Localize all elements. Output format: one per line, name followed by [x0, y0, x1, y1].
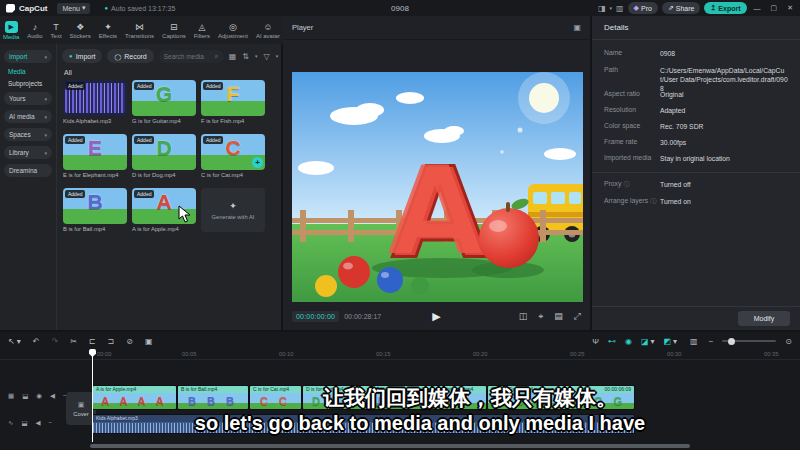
sidebar-item-library[interactable]: Library ▾: [4, 146, 52, 159]
media-item-kids-alphabet[interactable]: Added Kids Alphabet.mp3: [63, 80, 127, 124]
split-icon[interactable]: ✂: [70, 337, 77, 346]
menu-button[interactable]: Menu ▾: [57, 3, 90, 14]
redo-icon[interactable]: ↷: [51, 337, 58, 346]
chevron-down-icon: ▾: [44, 132, 47, 138]
pro-diamond-icon: ◆: [634, 4, 639, 12]
detail-row-color-space: Color space Rec. 709 SDR: [604, 122, 792, 131]
grid-view-icon[interactable]: ▦: [229, 52, 237, 61]
zoom-fit-icon[interactable]: ⊙: [785, 337, 792, 346]
added-badge: Added: [134, 136, 154, 144]
zoom-slider-knob[interactable]: [728, 338, 735, 345]
sidebar-item-yours[interactable]: Yours ▾: [4, 92, 52, 105]
play-button[interactable]: ▶: [432, 310, 440, 323]
panel-layout-icon[interactable]: ▥: [616, 4, 624, 13]
timeline-ruler[interactable]: 00:00 00:05 00:10 00:15 00:20 00:25 00:3…: [0, 349, 800, 360]
audio-tab-icon: ♪: [33, 22, 38, 32]
subtitle-chinese: 让我们回到媒体，我只有媒体。: [140, 384, 800, 412]
add-to-timeline-button[interactable]: +: [252, 157, 263, 168]
voiceover-mic-icon[interactable]: Ψ: [592, 337, 599, 346]
maximize-button[interactable]: ▢: [768, 4, 781, 12]
render-preview-icon[interactable]: ▥: [690, 337, 698, 346]
media-item-e-elephant[interactable]: E Added E is for Elephant.mp4: [63, 134, 127, 178]
minimize-button[interactable]: —: [751, 5, 764, 12]
delete-right-icon[interactable]: ⊐: [108, 337, 115, 346]
tab-filters[interactable]: ◬ Filters: [194, 22, 210, 39]
lock-icon[interactable]: ⬓: [21, 419, 27, 427]
search-input[interactable]: [164, 53, 212, 60]
lock-icon[interactable]: ⬓: [22, 392, 28, 400]
modify-button[interactable]: Modify: [738, 311, 790, 326]
import-button[interactable]: ● Import: [62, 49, 102, 63]
sidebar-item-ai-media[interactable]: AI media ▾: [4, 110, 52, 123]
sidebar-item-subprojects[interactable]: Subprojects: [8, 80, 52, 87]
detail-row-frame-rate: Frame rate 30.00fps: [604, 138, 792, 147]
waveform-icon[interactable]: ∿: [8, 419, 13, 427]
ribbon-tabs: ▶ Media ♪ Audio T Text ❖ Stickers ✦ Effe…: [0, 16, 283, 44]
chevron-down-icon[interactable]: ▾: [17, 337, 21, 346]
pro-button[interactable]: ◆ Pro: [628, 2, 658, 14]
details-panel: Details Name 0908 Path C:/Users/Emenwa/A…: [592, 16, 800, 330]
share-button[interactable]: ⇗ Share: [662, 2, 701, 14]
chevron-down-icon[interactable]: ▾: [673, 337, 677, 346]
close-button[interactable]: ✕: [784, 4, 796, 12]
pointer-tool-icon[interactable]: ↖: [8, 337, 15, 346]
timeline-horizontal-scrollbar[interactable]: [90, 444, 690, 448]
sidebar-item-dreamina[interactable]: Dreamina: [4, 164, 52, 177]
delete-icon[interactable]: ⊘: [126, 337, 133, 346]
export-button[interactable]: ↥ Export: [704, 2, 746, 14]
video-viewport[interactable]: A A: [292, 72, 583, 302]
tab-captions[interactable]: ⊟ Captions: [162, 22, 186, 39]
filter-icon[interactable]: ▽: [263, 52, 269, 61]
media-item-c-cat[interactable]: C Added + C is for Cat.mp4: [201, 134, 265, 178]
tab-text[interactable]: T Text: [51, 22, 62, 39]
tab-adjustment[interactable]: ◎ Adjustment: [218, 22, 248, 39]
sidebar-item-import[interactable]: Import ▾: [4, 50, 52, 63]
media-item-g-guitar[interactable]: G Added G is for Guitar.mp4: [132, 80, 196, 124]
undo-icon[interactable]: ↶: [33, 337, 40, 346]
mask-icon[interactable]: ▣: [145, 337, 153, 346]
sidebar-item-media[interactable]: Media: [8, 68, 52, 75]
timeline-zoom-slider[interactable]: [722, 340, 776, 342]
media-item-b-ball[interactable]: B Added B is for Ball.mp4: [63, 188, 127, 232]
preview-zoom-icon[interactable]: ⌖: [538, 311, 543, 322]
autosave-status: ● Auto saved 13:17:35: [104, 5, 175, 12]
tab-stickers[interactable]: ❖ Stickers: [70, 22, 91, 39]
title-bar: CapCut Menu ▾ ● Auto saved 13:17:35 0908…: [0, 0, 800, 16]
layout-chevron-icon[interactable]: ▾: [610, 5, 613, 11]
delete-left-icon[interactable]: ⊏: [89, 337, 96, 346]
added-badge: Added: [134, 82, 154, 90]
chevron-down-icon: ▾: [44, 54, 47, 60]
tab-ai-avatar[interactable]: ☺ AI avatar: [256, 22, 280, 39]
media-item-d-dog[interactable]: D Added D is for Dog.mp4: [132, 134, 196, 178]
chevron-down-icon[interactable]: ▾: [650, 337, 654, 346]
filter-all-label[interactable]: All: [64, 69, 283, 76]
svg-text:A: A: [388, 140, 482, 282]
sidebar-item-spaces[interactable]: Spaces ▾: [4, 128, 52, 141]
details-title: Details: [592, 16, 800, 40]
ratio-icon[interactable]: ▤: [554, 311, 563, 322]
layout-toggle-icon[interactable]: ◨: [598, 4, 606, 13]
tab-effects[interactable]: ✦ Effects: [99, 22, 117, 39]
mirror-preview-icon[interactable]: ◫: [519, 311, 528, 322]
media-item-f-fish[interactable]: F Added F is for Fish.mp4: [201, 80, 265, 124]
tab-audio[interactable]: ♪ Audio: [27, 22, 42, 39]
tab-transitions[interactable]: ⋈ Transitions: [125, 22, 154, 39]
eye-icon[interactable]: ◉: [36, 392, 42, 400]
transitions-tab-icon: ⋈: [135, 22, 144, 32]
sort-icon[interactable]: ⇅: [242, 52, 249, 61]
record-button[interactable]: ◯ Record: [107, 49, 153, 63]
magnet-icon[interactable]: ◉: [625, 337, 632, 346]
speaker-icon[interactable]: ◀: [50, 392, 55, 400]
search-box[interactable]: ⌕: [159, 50, 224, 63]
fullscreen-icon[interactable]: ⤢: [574, 311, 581, 322]
preview-axis-icon[interactable]: ◩: [663, 337, 671, 346]
share-icon: ⇗: [668, 4, 674, 12]
link-icon[interactable]: ◪: [641, 337, 649, 346]
zoom-out-icon[interactable]: −: [709, 337, 714, 346]
layers-icon[interactable]: ▦: [8, 392, 14, 400]
tab-media[interactable]: ▶ Media: [3, 21, 19, 40]
player-detach-icon[interactable]: ▣: [573, 23, 581, 32]
snap-icon[interactable]: ⊷: [608, 337, 616, 346]
info-icon: ⓘ: [623, 181, 629, 187]
generate-with-ai-card[interactable]: ✦ Generate with AI: [201, 188, 265, 232]
